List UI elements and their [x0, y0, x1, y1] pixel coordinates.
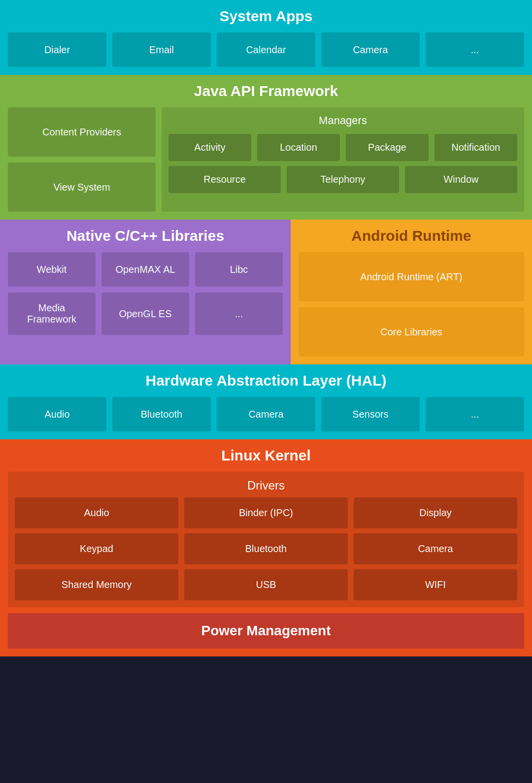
- managers-container: Managers Activity Location Package Notif…: [162, 107, 524, 212]
- package-manager: Package: [346, 134, 429, 161]
- driver-shared-memory: Shared Memory: [15, 569, 178, 600]
- core-libraries-card: Core Libraries: [299, 307, 524, 357]
- art-card: Android Runtime (ART): [299, 252, 524, 301]
- media-framework-card: Media Framework: [8, 293, 96, 335]
- window-manager: Window: [405, 166, 517, 193]
- camera-card: Camera: [321, 33, 420, 67]
- java-api-left: Content Providers View System: [8, 107, 156, 212]
- webkit-card: Webkit: [8, 252, 96, 287]
- drivers-row1: Audio Binder (IPC) Display: [15, 497, 517, 528]
- driver-camera: Camera: [354, 533, 517, 564]
- java-api-title: Java API Framework: [8, 83, 524, 99]
- content-providers-card: Content Providers: [8, 107, 156, 157]
- managers-row1: Activity Location Package Notification: [168, 134, 517, 161]
- dialer-card: Dialer: [8, 33, 106, 67]
- java-api-layer: Java API Framework Content Providers Vie…: [0, 75, 532, 220]
- driver-wifi: WIFI: [354, 569, 517, 600]
- drivers-title: Drivers: [15, 479, 517, 492]
- native-row1: Webkit OpenMAX AL Libc: [8, 252, 283, 287]
- managers-title: Managers: [168, 114, 517, 127]
- managers-grid: Activity Location Package Notification R…: [168, 134, 517, 193]
- driver-binder: Binder (IPC): [184, 497, 348, 528]
- driver-audio: Audio: [15, 497, 178, 528]
- drivers-row3: Shared Memory USB WIFI: [15, 569, 517, 600]
- driver-keypad: Keypad: [15, 533, 178, 564]
- runtime-title: Android Runtime: [299, 228, 524, 244]
- system-apps-title: System Apps: [8, 8, 524, 25]
- resource-manager: Resource: [168, 166, 281, 193]
- notification-manager: Notification: [434, 134, 517, 161]
- managers-row2: Resource Telephony Window: [168, 166, 517, 193]
- hal-audio-card: Audio: [8, 397, 106, 431]
- drivers-container: Drivers Audio Binder (IPC) Display Keypa…: [8, 472, 524, 607]
- telephony-manager: Telephony: [287, 166, 399, 193]
- native-more-card: ...: [195, 293, 283, 335]
- activity-manager: Activity: [168, 134, 251, 161]
- opengl-card: OpenGL ES: [101, 293, 189, 335]
- kernel-layer: Linux Kernel Drivers Audio Binder (IPC) …: [0, 439, 532, 656]
- hal-more-card: ...: [426, 397, 524, 431]
- hal-sensors-card: Sensors: [321, 397, 420, 431]
- native-libraries-layer: Native C/C++ Libraries Webkit OpenMAX AL…: [0, 220, 291, 364]
- hal-items-row: Audio Bluetooth Camera Sensors ...: [8, 397, 524, 431]
- native-title: Native C/C++ Libraries: [8, 228, 283, 244]
- drivers-row2: Keypad Bluetooth Camera: [15, 533, 517, 564]
- hal-layer: Hardware Abstraction Layer (HAL) Audio B…: [0, 364, 532, 439]
- native-runtime-row: Native C/C++ Libraries Webkit OpenMAX AL…: [0, 220, 532, 364]
- system-apps-layer: System Apps Dialer Email Calendar Camera…: [0, 0, 532, 75]
- email-card: Email: [112, 33, 211, 67]
- hal-bluetooth-card: Bluetooth: [112, 397, 211, 431]
- location-manager: Location: [257, 134, 340, 161]
- hal-camera-card: Camera: [217, 397, 315, 431]
- java-api-inner: Content Providers View System Managers A…: [8, 107, 524, 212]
- power-management-label: Power Management: [201, 623, 331, 638]
- android-runtime-layer: Android Runtime Android Runtime (ART) Co…: [291, 220, 532, 364]
- driver-display: Display: [354, 497, 517, 528]
- libc-card: Libc: [195, 252, 283, 287]
- more-apps-card: ...: [426, 33, 524, 67]
- native-row2: Media Framework OpenGL ES ...: [8, 293, 283, 335]
- driver-bluetooth: Bluetooth: [184, 533, 348, 564]
- hal-title: Hardware Abstraction Layer (HAL): [8, 372, 524, 389]
- view-system-card: View System: [8, 163, 156, 212]
- driver-usb: USB: [184, 569, 348, 600]
- system-apps-row: Dialer Email Calendar Camera ...: [8, 33, 524, 67]
- calendar-card: Calendar: [217, 33, 315, 67]
- kernel-title: Linux Kernel: [8, 447, 524, 464]
- openmax-card: OpenMAX AL: [101, 252, 189, 287]
- power-management-section: Power Management: [8, 613, 524, 649]
